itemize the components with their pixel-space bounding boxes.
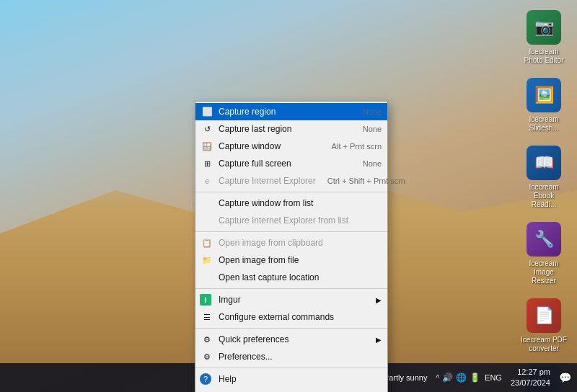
configure-external-icon: ☰ [200,310,214,324]
menu-item-capture-ie-label: Capture Internet Explorer [219,176,316,186]
menu-item-open-file-label: Open image from file [219,255,382,265]
menu-item-capture-window[interactable]: 🪟 Capture window Alt + Prnt scrn [195,138,387,155]
quick-preferences-submenu-arrow: ▶ [376,336,382,344]
menu-item-help[interactable]: ? Help [195,370,387,388]
menu-item-preferences-label: Preferences... [219,352,382,362]
desktop-icon-resizer-label: IcecreamImage Resizer [521,259,567,285]
clock[interactable]: 12:27 pm 23/07/2024 [506,367,555,389]
desktop-icon-photo[interactable]: 📷 IcecreamPhoto Editor [518,7,570,68]
menu-item-configure-external[interactable]: ☰ Configure external commands [195,308,387,326]
menu-item-capture-last-region-label: Capture last region [219,124,351,134]
desktop-icon-photo-label: IcecreamPhoto Editor [524,48,563,65]
open-last-location-icon [200,270,214,285]
menu-separator-4 [195,328,387,329]
menu-separator-1 [195,192,387,192]
capture-window-icon: 🪟 [200,139,214,153]
support-icon: ♥ [200,389,214,392]
menu-item-capture-full-screen-shortcut: None [363,159,382,168]
menu-item-capture-full-screen-label: Capture full screen [219,159,351,169]
capture-full-screen-icon: ⊞ [200,156,214,171]
preferences-icon: ⚙ [200,349,214,364]
menu-item-open-last-location[interactable]: Open last capture location [195,269,387,286]
clock-date: 23/07/2024 [511,378,550,388]
menu-item-open-file[interactable]: 📁 Open image from file [195,251,387,269]
menu-item-capture-region-label: Capture region [219,107,351,117]
menu-item-capture-window-list-label: Capture window from list [219,198,382,208]
desktop-icon-pdf[interactable]: 📄 Icecream PDFconverter [518,295,570,356]
notification-icon[interactable]: 💬 [559,372,571,383]
open-clipboard-icon: 📋 [200,236,214,250]
menu-item-capture-window-label: Capture window [219,141,320,151]
open-file-icon: 📁 [200,253,214,267]
context-menu: ⬜ Capture region None ↺ Capture last reg… [195,101,388,392]
menu-item-capture-region[interactable]: ⬜ Capture region None [195,103,387,120]
menu-item-capture-full-screen[interactable]: ⊞ Capture full screen None [195,155,387,172]
menu-item-open-clipboard-label: Open image from clipboard [219,238,382,248]
menu-item-capture-last-region[interactable]: ↺ Capture last region None [195,120,387,138]
tray-network-icon[interactable]: 🌐 [456,373,467,383]
menu-item-capture-region-shortcut: None [363,107,382,116]
capture-ie-list-icon [200,213,214,228]
menu-item-quick-preferences[interactable]: ⚙ Quick preferences ▶ [195,331,387,348]
desktop: 📷 IcecreamPhoto Editor 🖼️ IcecreamSlides… [0,0,577,392]
desktop-icon-ebook-label: IcecreamEbook Readi... [521,183,567,209]
menu-item-quick-preferences-label: Quick preferences [219,334,373,344]
language-indicator[interactable]: ENG [485,373,502,382]
menu-item-capture-ie-list: Capture Internet Explorer from list [195,212,387,229]
capture-region-icon: ⬜ [200,104,214,119]
desktop-icon-resizer[interactable]: 🔧 IcecreamImage Resizer [518,219,570,288]
menu-item-open-clipboard: 📋 Open image from clipboard [195,234,387,251]
menu-item-capture-ie-shortcut: Ctrl + Shift + Prnt scrn [327,177,405,185]
menu-item-imgur[interactable]: i Imgur ▶ [195,291,387,308]
menu-separator-2 [195,231,387,232]
tray-speaker-icon[interactable]: 🔊 [442,373,453,383]
desktop-icon-pdf-label: Icecream PDFconverter [521,336,567,353]
menu-item-preferences[interactable]: ⚙ Preferences... [195,348,387,365]
menu-item-capture-ie: e Capture Internet Explorer Ctrl + Shift… [195,172,387,190]
menu-item-help-label: Help [219,374,382,384]
tray-battery-icon[interactable]: 🔋 [470,373,480,383]
capture-last-region-icon: ↺ [200,122,214,136]
imgur-submenu-arrow: ▶ [376,296,382,304]
capture-window-list-icon [200,196,214,210]
menu-item-capture-window-list[interactable]: Capture window from list [195,195,387,212]
menu-separator-3 [195,288,387,289]
menu-item-capture-ie-list-label: Capture Internet Explorer from list [219,215,382,226]
imgur-icon: i [200,294,211,306]
menu-item-capture-window-shortcut: Alt + Prnt scrn [332,142,382,151]
help-icon: ? [200,373,211,385]
menu-item-capture-last-region-shortcut: None [363,125,382,133]
tray-chevron[interactable]: ^ [436,374,439,382]
menu-item-support[interactable]: ♥ Support Greenshot [195,388,387,392]
menu-separator-5 [195,368,387,368]
desktop-icon-slideshow[interactable]: 🖼️ IcecreamSlidesh... [518,75,570,135]
capture-ie-icon: e [200,174,214,188]
desktop-icon-slideshow-label: IcecreamSlidesh... [529,115,558,133]
menu-item-configure-external-label: Configure external commands [219,312,382,322]
menu-item-imgur-label: Imgur [219,295,373,305]
clock-time: 12:27 pm [511,367,550,378]
quick-preferences-icon: ⚙ [200,332,214,347]
desktop-icon-ebook[interactable]: 📖 IcecreamEbook Readi... [518,143,570,212]
system-tray: ^ 🔊 🌐 🔋 [436,373,480,383]
menu-item-open-last-location-label: Open last capture location [219,272,382,282]
desktop-icons: 📷 IcecreamPhoto Editor 🖼️ IcecreamSlides… [518,7,570,392]
